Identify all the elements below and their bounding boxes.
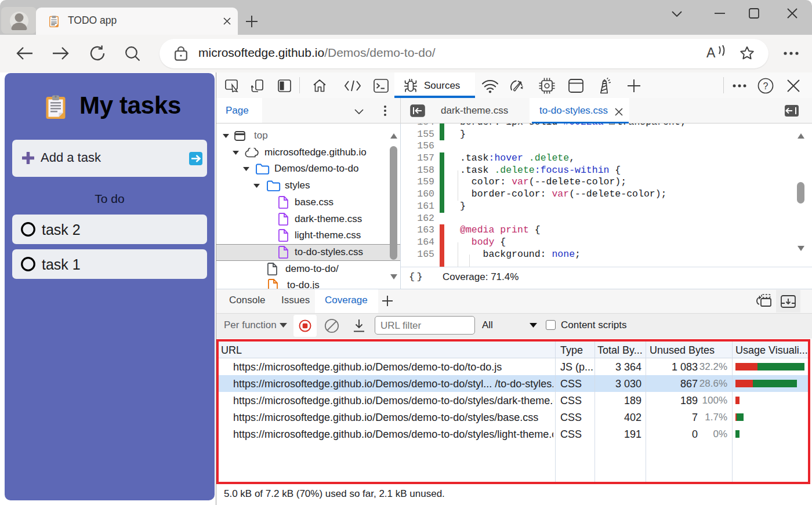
svg-text:?: ? (763, 81, 768, 91)
